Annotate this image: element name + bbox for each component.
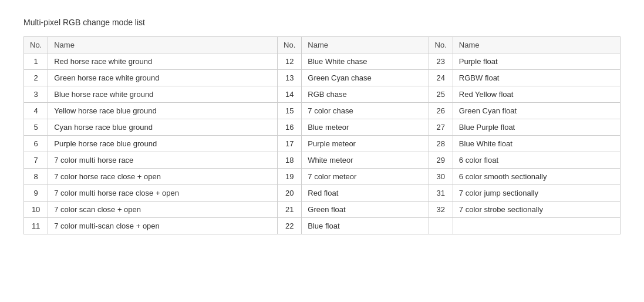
cell-name-6-1: White meteor [302, 152, 429, 169]
cell-name-7-1: 7 color meteor [302, 169, 429, 185]
cell-name-0-0: Red horse race white ground [48, 53, 278, 70]
cell-no-10-2 [429, 218, 453, 234]
cell-name-7-2: 6 color smooth sectionally [453, 169, 620, 185]
cell-no-1-0: 2 [24, 70, 48, 86]
cell-name-10-2 [453, 218, 620, 234]
cell-no-4-2: 27 [429, 119, 453, 136]
cell-name-8-1: Red float [302, 185, 429, 202]
cell-name-9-1: Green float [302, 202, 429, 218]
cell-name-3-1: 7 color chase [302, 103, 429, 119]
cell-name-5-2: Blue White float [453, 136, 620, 152]
table-row: 97 color multi horse race close + open20… [24, 185, 621, 202]
cell-no-9-0: 10 [24, 202, 48, 218]
cell-no-6-1: 18 [278, 152, 302, 169]
table-row: 5Cyan horse race blue ground16Blue meteo… [24, 119, 621, 136]
cell-no-9-1: 21 [278, 202, 302, 218]
cell-no-3-2: 26 [429, 103, 453, 119]
cell-name-5-1: Purple meteor [302, 136, 429, 152]
cell-no-7-1: 19 [278, 169, 302, 185]
cell-name-6-2: 6 color float [453, 152, 620, 169]
header-name-2: Name [302, 37, 429, 53]
cell-name-3-0: Yellow horse race blue ground [48, 103, 278, 119]
cell-no-6-2: 29 [429, 152, 453, 169]
cell-name-8-2: 7 color jump sectionally [453, 185, 620, 202]
cell-no-7-0: 8 [24, 169, 48, 185]
cell-no-10-1: 22 [278, 218, 302, 234]
cell-name-4-2: Blue Purple float [453, 119, 620, 136]
cell-no-3-1: 15 [278, 103, 302, 119]
cell-no-1-2: 24 [429, 70, 453, 86]
cell-name-8-0: 7 color multi horse race close + open [48, 185, 278, 202]
cell-name-1-1: Green Cyan chase [302, 70, 429, 86]
cell-name-0-1: Blue White chase [302, 53, 429, 70]
cell-name-1-0: Green horse race white ground [48, 70, 278, 86]
cell-no-4-1: 16 [278, 119, 302, 136]
cell-name-4-0: Cyan horse race blue ground [48, 119, 278, 136]
cell-no-10-0: 11 [24, 218, 48, 234]
cell-no-0-2: 23 [429, 53, 453, 70]
cell-name-10-0: 7 color multi-scan close + open [48, 218, 278, 234]
cell-name-6-0: 7 color multi horse race [48, 152, 278, 169]
table-row: 117 color multi-scan close + open22Blue … [24, 218, 621, 234]
cell-no-5-2: 28 [429, 136, 453, 152]
table-row: 2Green horse race white ground13Green Cy… [24, 70, 621, 86]
cell-no-0-1: 12 [278, 53, 302, 70]
cell-no-4-0: 5 [24, 119, 48, 136]
cell-name-9-2: 7 color strobe sectionally [453, 202, 620, 218]
cell-no-0-0: 1 [24, 53, 48, 70]
cell-no-6-0: 7 [24, 152, 48, 169]
page-title: Multi-pixel RGB change mode list [23, 18, 621, 27]
cell-no-8-1: 20 [278, 185, 302, 202]
cell-name-5-0: Purple horse race blue ground [48, 136, 278, 152]
cell-no-2-1: 14 [278, 86, 302, 103]
cell-no-2-0: 3 [24, 86, 48, 103]
header-no-2: No. [278, 37, 302, 53]
cell-no-9-2: 32 [429, 202, 453, 218]
cell-no-7-2: 30 [429, 169, 453, 185]
cell-name-10-1: Blue float [302, 218, 429, 234]
header-no-1: No. [24, 37, 48, 53]
cell-no-3-0: 4 [24, 103, 48, 119]
cell-name-2-1: RGB chase [302, 86, 429, 103]
cell-name-2-0: Blue horse race white ground [48, 86, 278, 103]
cell-name-1-2: RGBW float [453, 70, 620, 86]
table-row: 3Blue horse race white ground14RGB chase… [24, 86, 621, 103]
table-row: 77 color multi horse race18White meteor2… [24, 152, 621, 169]
cell-no-5-1: 17 [278, 136, 302, 152]
table-header-row: No. Name No. Name No. Name [24, 37, 621, 53]
header-name-1: Name [48, 37, 278, 53]
cell-name-9-0: 7 color scan close + open [48, 202, 278, 218]
cell-no-1-1: 13 [278, 70, 302, 86]
cell-name-3-2: Green Cyan float [453, 103, 620, 119]
cell-name-7-0: 7 color horse race close + open [48, 169, 278, 185]
cell-name-2-2: Red Yellow float [453, 86, 620, 103]
cell-no-2-2: 25 [429, 86, 453, 103]
cell-name-0-2: Purple float [453, 53, 620, 70]
table-row: 87 color horse race close + open197 colo… [24, 169, 621, 185]
cell-no-5-0: 6 [24, 136, 48, 152]
cell-name-4-1: Blue meteor [302, 119, 429, 136]
header-no-3: No. [429, 37, 453, 53]
cell-no-8-2: 31 [429, 185, 453, 202]
table-row: 6Purple horse race blue ground17Purple m… [24, 136, 621, 152]
table-row: 107 color scan close + open21Green float… [24, 202, 621, 218]
mode-list-table: No. Name No. Name No. Name 1Red horse ra… [23, 36, 621, 234]
header-name-3: Name [453, 37, 620, 53]
table-row: 4Yellow horse race blue ground157 color … [24, 103, 621, 119]
cell-no-8-0: 9 [24, 185, 48, 202]
table-row: 1Red horse race white ground12Blue White… [24, 53, 621, 70]
